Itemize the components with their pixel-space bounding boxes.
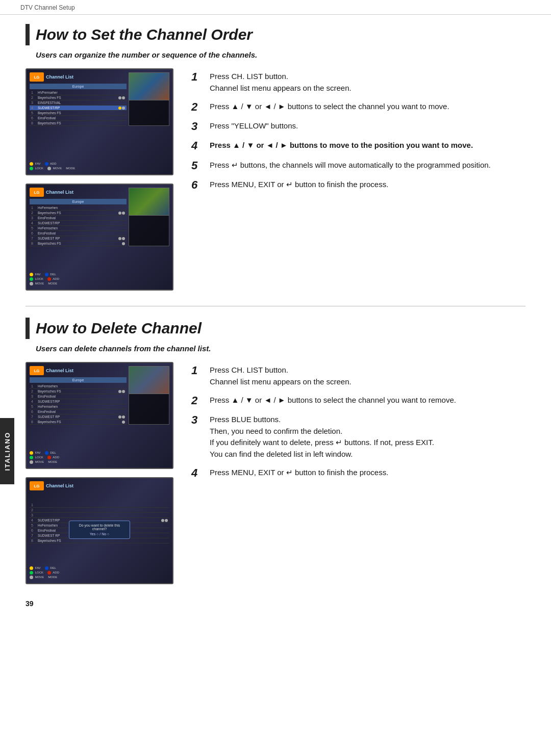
language-label: ITALIANO — [4, 432, 11, 471]
screen-2a-list: Europe 1 HvFernsehen 2 Bayerisches FS — [30, 377, 127, 425]
step-2-1: 1 Press CH. LIST button. Channel list me… — [191, 364, 525, 387]
screen-1b-list-header: Europe — [30, 199, 127, 204]
screen-1a-preview — [129, 72, 169, 100]
section2-screenshots: LG Channel List Europe 1 HvFernsehen — [26, 362, 176, 584]
list-row: 8 Bayerisches FS — [30, 538, 169, 543]
list-row: 4 SUDWEST/RP — [30, 399, 127, 404]
section1-layout: LG Channel List Europe 1 HVFernseher — [26, 68, 525, 291]
step-1-1: 1 Press CH. LIST button. Channel list me… — [191, 71, 525, 94]
screen-1b-logo: LG — [30, 188, 44, 197]
list-row: 5 HvFernsehen — [30, 404, 127, 409]
screen-2a-preview — [129, 366, 169, 394]
list-row: 7 SUDWEST RP — [30, 236, 127, 241]
confirm-dialog: Do you want to delete this channel? Yes … — [69, 520, 130, 539]
screen-2b-title: Channel List — [46, 483, 73, 488]
screen-1a-list-header: Europe — [30, 84, 127, 89]
step-2-3: 3 Press BLUE buttons. Then, you need to … — [191, 414, 525, 460]
list-row: 4 SUDWEST/RP — [30, 221, 127, 226]
list-row: 1 — [30, 503, 169, 508]
step-1-2: 2 Press ▲ / ▼ or ◄ / ► buttons to select… — [191, 101, 525, 113]
list-row: 6 EinsFestival — [30, 409, 127, 414]
screenshot-1a-inner: LG Channel List Europe 1 HVFernseher — [27, 69, 172, 174]
language-tab: ITALIANO — [0, 418, 14, 484]
list-row: 2 Bayerisches FS — [30, 389, 127, 394]
step-1-3: 3 Press "YELLOW" buttons. — [191, 120, 525, 133]
step-1-6: 6 Press MENU, EXIT or ↵ button to finish… — [191, 179, 525, 191]
list-row: 1 HVFernseher — [30, 90, 127, 95]
screenshot-1b: LG Channel List Europe 1 HvFernsehen — [26, 184, 173, 291]
section1-title: How to Set the Channel Order — [36, 26, 253, 43]
step-num: 2 — [191, 395, 203, 407]
section1-instructions: 1 Press CH. LIST button. Channel list me… — [191, 68, 525, 198]
step-text: Press ▲ / ▼ or ◄ / ► buttons to select t… — [210, 101, 525, 113]
section2-accent — [26, 318, 30, 339]
page-number: 39 — [26, 599, 525, 608]
list-row: 6 EinsFestival — [30, 116, 127, 121]
screen-1a-list: Europe 1 HVFernseher 2 Bayerisches FS — [30, 84, 127, 126]
step-num: 6 — [191, 179, 203, 191]
list-row: 3 EinsFestival — [30, 394, 127, 399]
step-text: Press "YELLOW" buttons. — [210, 120, 525, 132]
step-text: Press ↵ buttons, the channels will move … — [210, 160, 525, 171]
screenshot-2b-inner: LG Channel List 1 2 — [27, 478, 172, 583]
page-content: How to Set the Channel Order Users can o… — [0, 15, 551, 623]
list-row: 6 EinsFestival — [30, 231, 127, 236]
screenshot-1b-inner: LG Channel List Europe 1 HvFernsehen — [27, 185, 172, 290]
list-row: 1 HvFernsehen — [30, 384, 127, 389]
list-row: 2 Bayerisches FS — [30, 95, 127, 100]
confirm-dialog-text: Do you want to delete this channel? — [74, 524, 124, 531]
step-num: 2 — [191, 101, 203, 113]
step-num: 4 — [191, 140, 203, 152]
header-text: DTV Channel Setup — [20, 4, 75, 11]
list-row: 2 Bayerisches FS — [30, 211, 127, 216]
screen-2a-title: Channel List — [46, 368, 73, 373]
section-divider — [26, 306, 525, 306]
step-text: Press MENU, EXIT or ↵ button to finish t… — [210, 467, 525, 479]
list-row: 7 SUDWEST RP — [30, 414, 127, 420]
step-2-4: 4 Press MENU, EXIT or ↵ button to finish… — [191, 467, 525, 479]
section2-instructions: 1 Press CH. LIST button. Channel list me… — [191, 362, 525, 486]
step-num: 4 — [191, 467, 203, 479]
section2-title: How to Delete Channel — [36, 320, 202, 337]
section1-screenshots: LG Channel List Europe 1 HVFernseher — [26, 68, 176, 291]
step-num: 1 — [191, 71, 203, 83]
screenshot-2b: LG Channel List 1 2 — [26, 477, 173, 584]
screenshot-2a: LG Channel List Europe 1 HvFernsehen — [26, 362, 173, 469]
step-num: 3 — [191, 120, 203, 133]
screen-1a-title: Channel List — [46, 74, 73, 80]
step-num: 5 — [191, 160, 203, 172]
screen-2b-topbar: LG Channel List — [30, 481, 169, 490]
section-channel-order: How to Set the Channel Order Users can o… — [26, 24, 525, 291]
step-1-4: 4 Press ▲ / ▼ or ◄ / ► buttons to move t… — [191, 140, 525, 152]
screen-1b-preview — [129, 188, 169, 216]
section1-subtitle: Users can organize the number or sequenc… — [36, 50, 525, 59]
section2-title-bar: How to Delete Channel — [26, 318, 525, 339]
list-row: 5 Bayerisches FS — [30, 111, 127, 116]
screen-2b-buttons: FAV DEL LOCK ADD MOVE MODE — [30, 566, 169, 579]
step-text: Press ▲ / ▼ or ◄ / ► buttons to select t… — [210, 395, 525, 406]
list-row: 3 EinsFestival — [30, 216, 127, 221]
screen-2a-buttons: FAV DEL LOCK ADD MOVE MODE — [30, 451, 169, 464]
screen-1b-list: Europe 1 HvFernsehen 2 Bayerisches FS — [30, 199, 127, 246]
step-num: 1 — [191, 364, 203, 377]
screenshot-1a: LG Channel List Europe 1 HVFernseher — [26, 68, 173, 175]
section1-title-bar: How to Set the Channel Order — [26, 24, 525, 45]
step-text: Press ▲ / ▼ or ◄ / ► buttons to move to … — [210, 140, 525, 151]
screen-1a-buttons: FAV ADD LOCK MOVE MODE — [30, 162, 169, 170]
step-1-5: 5 Press ↵ buttons, the channels will mov… — [191, 160, 525, 172]
screen-1b-buttons: FAV DEL LOCK ADD MOVE MODE — [30, 273, 169, 285]
list-row: 8 Bayerisches FS — [30, 121, 127, 126]
list-row: 1 HvFernsehen — [30, 205, 127, 211]
page-header: DTV Channel Setup — [0, 0, 551, 15]
screen-2a-list-header: Europe — [30, 377, 127, 383]
step-text: Press BLUE buttons. Then, you need to co… — [210, 414, 525, 460]
step-num: 3 — [191, 414, 203, 426]
section2-layout: LG Channel List Europe 1 HvFernsehen — [26, 362, 525, 584]
section2-subtitle: Users can delete channels from the chann… — [36, 344, 525, 353]
screen-2a-logo: LG — [30, 366, 44, 375]
list-row: 2 — [30, 508, 169, 513]
step-text: Press CH. LIST button. Channel list menu… — [210, 71, 525, 94]
list-row: 5 HvFernsehen — [30, 226, 127, 231]
list-row: 8 Bayerisches FS — [30, 420, 127, 425]
list-row: 3 EINSFESTIVAL — [30, 100, 127, 106]
